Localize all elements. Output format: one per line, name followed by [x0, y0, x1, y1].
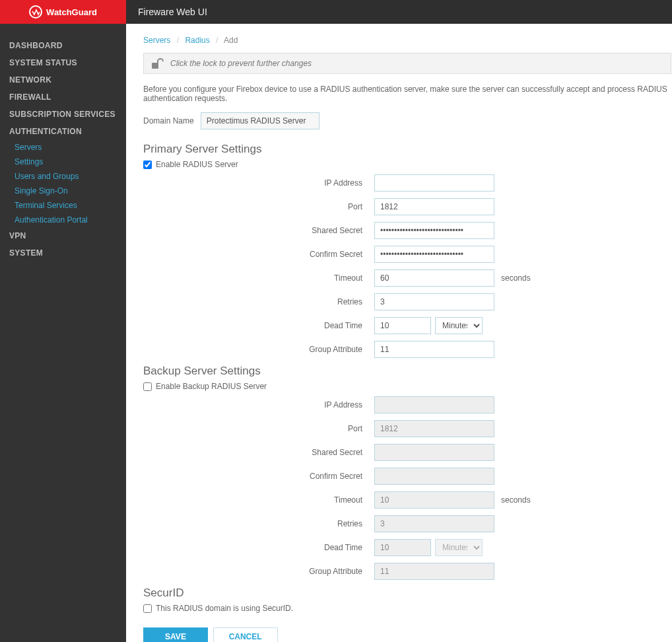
backup-retries-input[interactable]	[374, 515, 494, 532]
backup-title: Backup Server Settings	[143, 365, 672, 378]
backup-deadtime-input[interactable]	[374, 539, 431, 556]
nav-auth-terminal[interactable]: Terminal Services	[0, 198, 126, 213]
cancel-button[interactable]: CANCEL	[213, 627, 278, 642]
backup-group-input[interactable]	[374, 563, 494, 580]
lock-bar[interactable]: Click the lock to prevent further change…	[143, 53, 671, 74]
backup-enable-label: Enable Backup RADIUS Server	[156, 382, 267, 391]
primary-secret-input[interactable]	[374, 222, 494, 239]
nav-auth-sso[interactable]: Single Sign-On	[0, 184, 126, 198]
securid-label: This RADIUS domain is using SecurID.	[156, 604, 293, 613]
primary-ip-label: IP Address	[143, 178, 374, 188]
backup-ip-label: IP Address	[143, 400, 374, 410]
domain-name-input[interactable]	[201, 112, 319, 129]
backup-deadtime-label: Dead Time	[143, 543, 374, 552]
securid-checkbox[interactable]	[143, 604, 152, 613]
nav-auth-portal[interactable]: Authentication Portal	[0, 213, 126, 227]
sidebar: DASHBOARD SYSTEM STATUS NETWORK FIREWALL…	[0, 24, 126, 642]
nav-vpn[interactable]: VPN	[0, 227, 126, 244]
backup-confirm-input[interactable]	[374, 468, 494, 485]
nav-auth-settings[interactable]: Settings	[0, 155, 126, 169]
nav-auth-servers[interactable]: Servers	[0, 140, 126, 155]
primary-group-input[interactable]	[374, 341, 494, 358]
svg-rect-1	[152, 63, 158, 69]
lock-text: Click the lock to prevent further change…	[170, 59, 312, 68]
primary-confirm-label: Confirm Secret	[143, 250, 374, 259]
breadcrumb: Servers / Radius / Add	[143, 36, 672, 45]
nav-dashboard[interactable]: DASHBOARD	[0, 37, 126, 54]
breadcrumb-radius[interactable]: Radius	[185, 36, 209, 45]
intro-text: Before you configure your Firebox device…	[143, 85, 671, 103]
backup-deadtime-unit-select[interactable]: Minutes	[435, 539, 483, 556]
backup-timeout-suffix: seconds	[501, 495, 531, 505]
primary-port-label: Port	[143, 202, 374, 211]
nav-authentication[interactable]: AUTHENTICATION	[0, 123, 126, 140]
nav-system[interactable]: SYSTEM	[0, 244, 126, 262]
primary-ip-input[interactable]	[374, 174, 494, 192]
watchguard-logo-icon	[29, 5, 42, 18]
nav-subscription-services[interactable]: SUBSCRIPTION SERVICES	[0, 106, 126, 123]
primary-timeout-input[interactable]	[374, 269, 494, 287]
nav-firewall[interactable]: FIREWALL	[0, 89, 126, 106]
breadcrumb-servers[interactable]: Servers	[143, 36, 170, 45]
nav-auth-users-groups[interactable]: Users and Groups	[0, 169, 126, 184]
backup-port-input[interactable]	[374, 420, 494, 437]
unlock-icon	[151, 57, 164, 69]
primary-group-label: Group Attribute	[143, 345, 374, 354]
primary-retries-input[interactable]	[374, 293, 494, 310]
backup-enable-checkbox[interactable]	[143, 382, 152, 391]
primary-port-input[interactable]	[374, 198, 494, 215]
primary-deadtime-label: Dead Time	[143, 321, 374, 330]
primary-timeout-label: Timeout	[143, 273, 374, 283]
primary-deadtime-unit-select[interactable]: Minutes	[435, 317, 483, 334]
brand-logo: WatchGuard	[0, 0, 126, 24]
domain-name-label: Domain Name	[143, 116, 194, 125]
securid-title: SecurID	[143, 587, 672, 600]
primary-retries-label: Retries	[143, 297, 374, 306]
nav-system-status[interactable]: SYSTEM STATUS	[0, 54, 126, 71]
header-title: Fireware Web UI	[126, 0, 672, 24]
save-button[interactable]: SAVE	[143, 627, 208, 642]
nav-network[interactable]: NETWORK	[0, 71, 126, 89]
primary-secret-label: Shared Secret	[143, 226, 374, 235]
primary-confirm-input[interactable]	[374, 246, 494, 263]
backup-retries-label: Retries	[143, 519, 374, 528]
backup-confirm-label: Confirm Secret	[143, 472, 374, 481]
brand-name: WatchGuard	[46, 7, 97, 17]
backup-timeout-label: Timeout	[143, 495, 374, 505]
backup-timeout-input[interactable]	[374, 491, 494, 509]
backup-group-label: Group Attribute	[143, 567, 374, 576]
primary-timeout-suffix: seconds	[501, 273, 531, 283]
backup-secret-input[interactable]	[374, 444, 494, 461]
primary-title: Primary Server Settings	[143, 143, 672, 156]
primary-enable-checkbox[interactable]	[143, 160, 152, 169]
breadcrumb-current: Add	[224, 36, 238, 45]
backup-port-label: Port	[143, 424, 374, 433]
primary-enable-label: Enable RADIUS Server	[156, 160, 238, 169]
backup-secret-label: Shared Secret	[143, 448, 374, 457]
primary-deadtime-input[interactable]	[374, 317, 431, 334]
backup-ip-input[interactable]	[374, 396, 494, 413]
